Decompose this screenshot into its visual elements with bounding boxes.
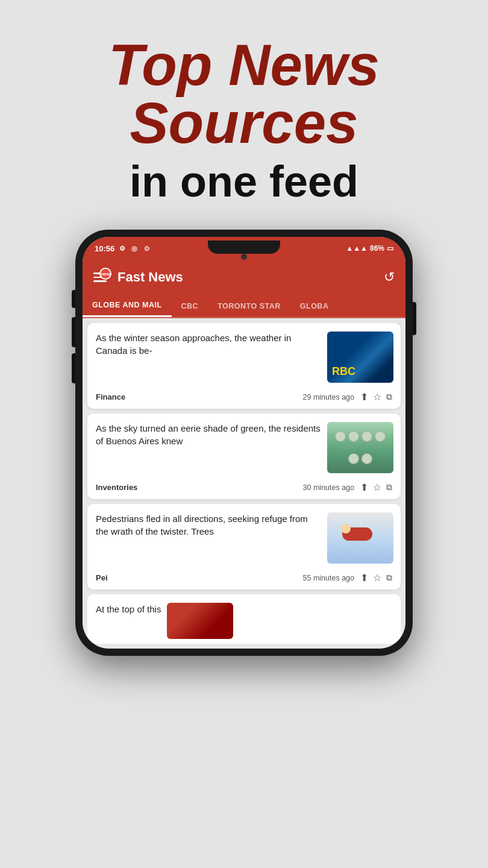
menu-bar-3 (93, 280, 107, 282)
phone-volume-down-button (72, 353, 75, 383)
news-card-2-content: As the sky turned an eerie shade of gree… (87, 414, 401, 478)
phone-camera (241, 254, 247, 260)
rbc-logo: RBC (332, 365, 355, 378)
news-card-2-text: As the sky turned an eerie shade of gree… (96, 422, 321, 473)
news-card-3-image (327, 512, 393, 564)
news-card-1-actions: ⬆ ☆ ⧉ (360, 391, 392, 403)
news-card-3-content: Pedestrians fled in all directions, seek… (87, 504, 401, 568)
bookmark-icon-1[interactable]: ☆ (373, 391, 381, 403)
status-left: 10:56 ⚙ ◎ ⊙ (95, 244, 151, 253)
phone-power-button (413, 302, 416, 335)
share-icon-1[interactable]: ⬆ (360, 391, 368, 403)
news-card-3-actions: ⬆ ☆ ⧉ (360, 572, 392, 583)
tab-toronto-star[interactable]: TORONTO STAR (208, 296, 290, 316)
instagram-icon: ◎ (130, 244, 139, 253)
page-background: Top News Sources in one feed 10:56 ⚙ (0, 0, 488, 868)
phone-mute-button (72, 290, 75, 308)
tank-2 (348, 431, 359, 442)
copy-icon-2[interactable]: ⧉ (386, 482, 392, 492)
news-card-2-category: Inventories (96, 483, 137, 492)
news-card-1-text: As the winter season approaches, the wea… (96, 332, 321, 383)
headline-area: Top News Sources in one feed (0, 0, 488, 224)
news-card-1[interactable]: As the winter season approaches, the wea… (87, 323, 401, 409)
status-right: ▲▲▲ 86% ▭ (346, 244, 393, 253)
phone-screen: 10:56 ⚙ ◎ ⊙ ▲▲▲ 86% ▭ (83, 237, 405, 649)
news-card-3[interactable]: Pedestrians fled in all directions, seek… (87, 504, 401, 590)
share-icon-2[interactable]: ⬆ (360, 482, 368, 493)
headline-top-text: Top News (36, 36, 452, 94)
news-card-2-footer: Inventories 30 minutes ago ⬆ ☆ ⧉ (87, 478, 401, 499)
tab-globe-and-mail[interactable]: GLOBE AND MAIL (83, 295, 172, 317)
tank-1 (335, 431, 346, 442)
refresh-button[interactable]: ↺ (384, 269, 395, 285)
phone-mockup: 10:56 ⚙ ◎ ⊙ ▲▲▲ 86% ▭ (0, 230, 488, 656)
settings-icon: ⚙ (118, 244, 127, 253)
status-time: 10:56 (95, 244, 114, 253)
news-card-3-time: 55 minutes ago (303, 574, 354, 582)
tanks-image (327, 422, 393, 473)
bookmark-icon-3[interactable]: ☆ (373, 572, 381, 583)
news-card-4-text: At the top of this (96, 603, 161, 639)
news-card-4-image (167, 603, 233, 639)
news-card-1-content: As the winter season approaches, the wea… (87, 323, 401, 388)
news-card-3-meta: 55 minutes ago ⬆ ☆ ⧉ (303, 572, 392, 583)
news-card-3-category: Pei (96, 573, 108, 582)
copy-icon-1[interactable]: ⧉ (386, 392, 392, 402)
news-card-1-category: Finance (96, 392, 125, 401)
tank-4 (375, 431, 386, 442)
copy-icon-3[interactable]: ⧉ (386, 573, 392, 583)
share-icon-3[interactable]: ⬆ (360, 572, 368, 583)
news-card-4-partial[interactable]: At the top of this (87, 594, 401, 644)
news-card-3-text: Pedestrians fled in all directions, seek… (96, 512, 321, 564)
headline-sub-text: in one feed (36, 158, 452, 206)
news-card-1-image: RBC (327, 332, 393, 383)
tank-6 (361, 453, 372, 464)
tank-3 (361, 431, 372, 442)
battery-icon: ▭ (387, 244, 393, 253)
news-card-2-meta: 30 minutes ago ⬆ ☆ ⧉ (303, 482, 392, 493)
swimmer-image (327, 512, 393, 564)
news-card-3-footer: Pei 55 minutes ago ⬆ ☆ ⧉ (87, 568, 401, 590)
news-card-2[interactable]: As the sky turned an eerie shade of gree… (87, 414, 401, 499)
news-card-1-meta: 29 minutes ago ⬆ ☆ ⧉ (303, 391, 392, 403)
menu-button[interactable]: new (93, 272, 107, 282)
tab-global[interactable]: GLOBA (290, 296, 339, 316)
news-card-2-actions: ⬆ ☆ ⧉ (360, 482, 392, 493)
swimmer-figure-wrap (336, 521, 384, 555)
tank-5 (348, 453, 359, 464)
headline-line2-text: Sources (36, 94, 452, 152)
signal-icon: ▲▲▲ (346, 244, 368, 253)
news-card-2-time: 30 minutes ago (303, 483, 354, 492)
camera-icon: ⊙ (142, 244, 151, 253)
rbc-image: RBC (327, 332, 393, 383)
phone-volume-up-button (72, 317, 75, 347)
app-title: Fast News (117, 269, 384, 285)
phone-notch (208, 241, 280, 254)
news-card-2-image (327, 422, 393, 473)
bookmark-icon-2[interactable]: ☆ (373, 482, 381, 493)
app-header: new Fast News ↺ (83, 260, 405, 295)
news-feed: As the winter season approaches, the wea… (83, 318, 405, 649)
news-card-1-footer: Finance 29 minutes ago ⬆ ☆ ⧉ (87, 388, 401, 409)
tab-cbc[interactable]: CBC (172, 296, 208, 316)
news-card-1-time: 29 minutes ago (303, 393, 354, 401)
tab-bar: GLOBE AND MAIL CBC TORONTO STAR GLOBA (83, 295, 405, 318)
phone-outer: 10:56 ⚙ ◎ ⊙ ▲▲▲ 86% ▭ (75, 230, 413, 656)
new-badge: new (99, 268, 111, 280)
battery-text: 86% (370, 244, 384, 253)
